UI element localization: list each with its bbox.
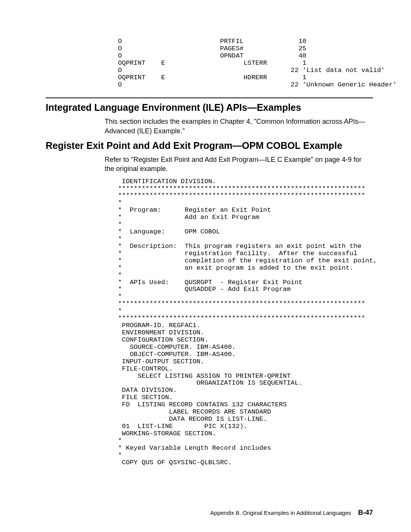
document-page: O PRTFIL 10 O PAGES# 25 O OPNDAT 40 OQPR…	[0, 0, 411, 532]
paragraph-ile-intro: This section includes the examples in Ch…	[105, 117, 373, 136]
heading-ile-apis: Integrated Language Environment (ILE) AP…	[46, 102, 373, 113]
code-block-top: O PRTFIL 10 O PAGES# 25 O OPNDAT 40 OQPR…	[118, 38, 373, 88]
footer-text: Appendix B. Original Examples in Additio…	[210, 510, 351, 516]
footer-page-number: B-47	[358, 509, 373, 516]
heading-register-exit-point: Register Exit Point and Add Exit Program…	[46, 140, 373, 151]
code-block-cobol: IDENTIFICATION DIVISION. ***************…	[118, 178, 373, 466]
page-footer: Appendix B. Original Examples in Additio…	[210, 509, 373, 517]
paragraph-refer: Refer to "Register Exit Point and Add Ex…	[105, 155, 373, 174]
section-rule-1	[46, 97, 373, 98]
